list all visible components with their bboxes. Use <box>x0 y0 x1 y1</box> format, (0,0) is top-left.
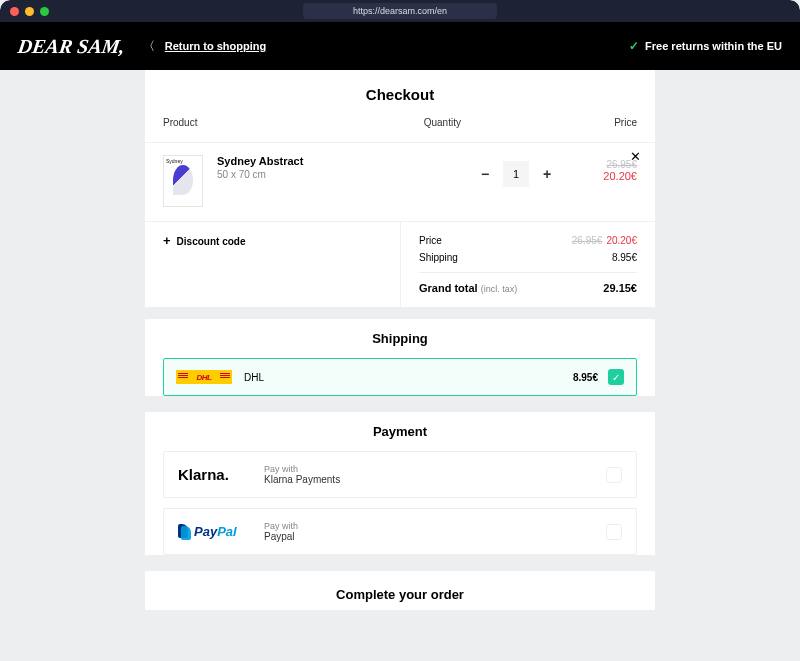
free-returns-label: Free returns within the EU <box>645 40 782 52</box>
quantity-stepper: − 1 + <box>477 161 555 187</box>
cart-card: Checkout Product Quantity Price ✕ Sydney… <box>145 70 655 307</box>
product-name: Sydney Abstract <box>217 155 367 167</box>
decrease-quantity-button[interactable]: − <box>477 166 493 182</box>
pay-with-label: Pay with <box>264 464 340 474</box>
totals-price-sale: 20.20€ <box>606 235 637 246</box>
sale-price: 20.20€ <box>585 170 637 182</box>
grand-total-sublabel: (incl. tax) <box>481 284 518 294</box>
payment-method-name: Klarna Payments <box>264 474 340 485</box>
shipping-option-dhl[interactable]: DHL DHL 8.95€ ✓ <box>163 358 637 396</box>
site-header: DEAR SAM, 〈 Return to shopping ✓ Free re… <box>0 22 800 70</box>
totals-shipping-label: Shipping <box>419 252 458 263</box>
thumbnail-art <box>173 165 193 195</box>
free-returns-badge: ✓ Free returns within the EU <box>629 39 782 53</box>
payment-method-name: Paypal <box>264 531 298 542</box>
totals-panel: Price 26.95€20.20€ Shipping 8.95€ Grand … <box>400 222 655 307</box>
complete-order-card: Complete your order <box>145 571 655 610</box>
back-to-shopping[interactable]: 〈 Return to shopping <box>143 38 266 55</box>
payment-card: Payment Klarna. Pay with Klarna Payments… <box>145 412 655 555</box>
url-bar[interactable]: https://dearsam.com/en <box>303 3 497 19</box>
chevron-left-icon: 〈 <box>143 38 155 55</box>
quantity-value: 1 <box>503 161 529 187</box>
grand-total-label: Grand total <box>419 282 478 294</box>
shipping-option-price: 8.95€ <box>573 372 598 383</box>
remove-item-button[interactable]: ✕ <box>630 149 641 164</box>
cart-item-row: ✕ Sydney Sydney Abstract 50 x 70 cm − 1 … <box>145 142 655 221</box>
back-link-label: Return to shopping <box>165 40 266 52</box>
payment-option-paypal[interactable]: PayPal Pay with Paypal <box>163 508 637 555</box>
totals-price-original: 26.95€ <box>572 235 603 246</box>
site-logo[interactable]: DEAR SAM, <box>16 35 126 58</box>
discount-label: Discount code <box>177 236 246 247</box>
check-icon: ✓ <box>629 39 639 53</box>
minimize-window-icon[interactable] <box>25 7 34 16</box>
totals-shipping-value: 8.95€ <box>612 252 637 263</box>
payment-radio[interactable] <box>606 524 622 540</box>
payment-option-klarna[interactable]: Klarna. Pay with Klarna Payments <box>163 451 637 498</box>
dhl-logo-icon: DHL <box>176 370 232 384</box>
plus-icon: + <box>163 236 171 246</box>
complete-order-title: Complete your order <box>145 571 655 610</box>
shipping-title: Shipping <box>145 319 655 358</box>
pay-with-label: Pay with <box>264 521 298 531</box>
klarna-logo-icon: Klarna. <box>178 466 254 483</box>
col-product: Product <box>163 117 424 128</box>
increase-quantity-button[interactable]: + <box>539 166 555 182</box>
payment-radio[interactable] <box>606 467 622 483</box>
close-window-icon[interactable] <box>10 7 19 16</box>
shipping-selected-check-icon: ✓ <box>608 369 624 385</box>
checkout-title: Checkout <box>145 70 655 117</box>
column-headers: Product Quantity Price <box>145 117 655 142</box>
product-thumbnail[interactable]: Sydney <box>163 155 203 207</box>
payment-title: Payment <box>145 412 655 451</box>
col-price: Price <box>533 117 637 128</box>
discount-code-toggle[interactable]: + Discount code <box>145 222 400 307</box>
grand-total-value: 29.15€ <box>603 282 637 294</box>
shipping-carrier-name: DHL <box>244 372 264 383</box>
paypal-logo-icon: PayPal <box>178 524 254 540</box>
product-dimensions: 50 x 70 cm <box>217 169 367 180</box>
browser-chrome: https://dearsam.com/en <box>0 0 800 22</box>
window-controls <box>10 7 49 16</box>
totals-price-label: Price <box>419 235 442 246</box>
shipping-card: Shipping DHL DHL 8.95€ ✓ <box>145 319 655 396</box>
maximize-window-icon[interactable] <box>40 7 49 16</box>
paypal-mark-icon <box>178 524 192 540</box>
col-quantity: Quantity <box>424 117 533 128</box>
